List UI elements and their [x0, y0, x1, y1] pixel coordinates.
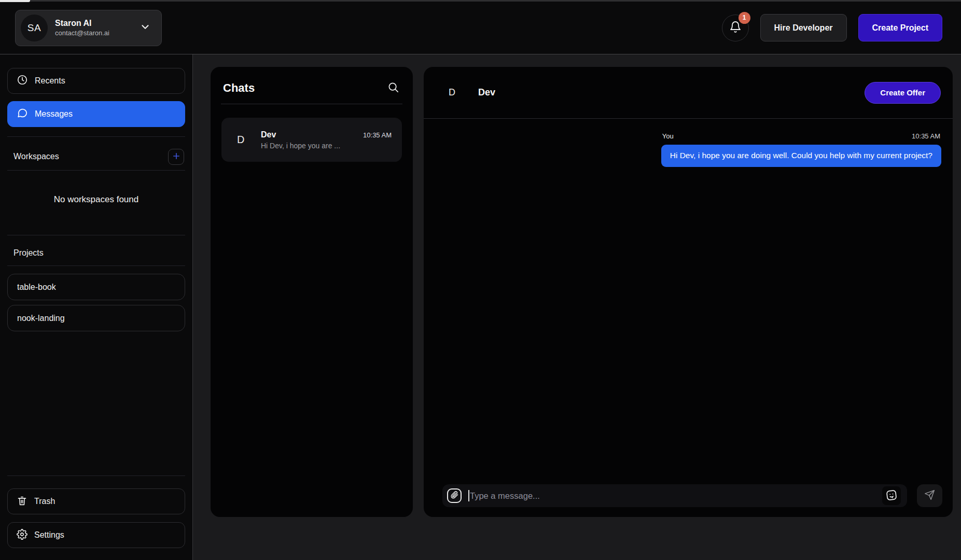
- chat-top-row: Dev 10:35 AM: [261, 130, 392, 139]
- hire-developer-button[interactable]: Hire Developer: [760, 14, 847, 41]
- peer-name: Dev: [478, 87, 495, 98]
- chat-bubble-icon: [17, 107, 28, 121]
- chats-title: Chats: [223, 81, 255, 95]
- sidebar-item-label: Settings: [34, 530, 64, 540]
- divider: [221, 104, 402, 104]
- notification-badge: 1: [739, 12, 750, 24]
- chat-info: Dev 10:35 AM Hi Dev, i hope you are ...: [261, 130, 392, 150]
- conversation-panel: D Dev Create Offer You 10:35 AM Hi Dev, …: [424, 67, 953, 517]
- message-meta: You 10:35 AM: [661, 132, 941, 140]
- conversation-header: D Dev Create Offer: [424, 67, 953, 118]
- attach-button[interactable]: [447, 488, 462, 503]
- message-list: You 10:35 AM Hi Dev, i hope you are doin…: [424, 119, 953, 484]
- divider: [7, 136, 185, 137]
- chats-panel-header: Chats: [211, 67, 413, 104]
- text-caret: [468, 490, 469, 501]
- message-sender: You: [662, 132, 674, 140]
- divider: [7, 235, 185, 235]
- profile-text: Staron AI contact@staron.ai: [55, 19, 132, 37]
- project-item-nook-landing[interactable]: nook-landing: [7, 305, 185, 331]
- sidebar: Recents Messages Workspaces: [0, 54, 193, 560]
- divider: [7, 265, 185, 266]
- profile-email: contact@staron.ai: [55, 29, 132, 37]
- composer: [424, 484, 953, 517]
- emoji-button[interactable]: [882, 486, 901, 505]
- sidebar-item-label: Trash: [34, 497, 55, 506]
- sidebar-item-recents[interactable]: Recents: [7, 68, 185, 94]
- bell-icon: [729, 21, 742, 35]
- send-button[interactable]: [917, 484, 942, 507]
- avatar: SA: [21, 15, 48, 41]
- trash-icon: [17, 495, 27, 508]
- sidebar-spacer: [0, 331, 192, 475]
- add-workspace-button[interactable]: [168, 149, 184, 165]
- divider: [7, 475, 185, 476]
- chat-name: Dev: [261, 130, 276, 139]
- top-header: SA Staron AI contact@staron.ai 1 Hire De…: [0, 2, 961, 54]
- chat-time: 10:35 AM: [363, 131, 392, 139]
- clock-icon: [17, 74, 28, 88]
- notifications-button[interactable]: 1: [722, 15, 749, 41]
- sidebar-item-messages[interactable]: Messages: [7, 101, 185, 127]
- search-icon: [387, 81, 399, 95]
- sidebar-item-trash[interactable]: Trash: [7, 488, 185, 514]
- message-input[interactable]: [470, 491, 882, 501]
- search-button[interactable]: [387, 81, 399, 95]
- peer-avatar: D: [449, 87, 455, 98]
- project-item-table-book[interactable]: table-book: [7, 274, 185, 300]
- composer-input-bar[interactable]: [442, 484, 907, 507]
- main-content: Chats D Dev 10:35 AM H: [193, 54, 961, 560]
- emoji-sticker-icon: [885, 489, 898, 503]
- projects-list: table-book nook-landing: [0, 274, 192, 331]
- divider: [7, 170, 185, 171]
- paper-plane-icon: [924, 489, 935, 502]
- chat-avatar: D: [237, 134, 248, 146]
- sidebar-item-settings[interactable]: Settings: [7, 522, 185, 548]
- sidebar-nav: Recents Messages: [0, 68, 192, 127]
- projects-header: Projects: [0, 244, 192, 262]
- window-corner-artifact: [0, 0, 30, 2]
- sidebar-item-label: Recents: [35, 76, 65, 86]
- sidebar-item-label: Messages: [35, 109, 73, 119]
- gear-icon: [17, 529, 27, 542]
- message-bubble: Hi Dev, i hope you are doing well. Could…: [661, 145, 941, 167]
- chat-list-item[interactable]: D Dev 10:35 AM Hi Dev, i hope you are ..…: [221, 118, 402, 162]
- projects-title: Projects: [13, 248, 44, 258]
- plus-icon: [172, 151, 181, 162]
- profile-name: Staron AI: [55, 19, 132, 28]
- peer-identity: D Dev: [449, 87, 495, 98]
- app-root: SA Staron AI contact@staron.ai 1 Hire De…: [0, 0, 961, 560]
- message-group-outgoing: You 10:35 AM Hi Dev, i hope you are doin…: [661, 132, 941, 167]
- message-time: 10:35 AM: [912, 132, 940, 140]
- sidebar-footer: Trash Settings: [0, 488, 192, 548]
- chats-panel: Chats D Dev 10:35 AM H: [211, 67, 413, 517]
- paperclip-icon: [451, 491, 458, 500]
- workspaces-header: Workspaces: [0, 147, 192, 166]
- workspaces-title: Workspaces: [13, 152, 59, 161]
- create-offer-button[interactable]: Create Offer: [865, 82, 941, 104]
- workspaces-empty-state: No workspaces found: [0, 194, 192, 205]
- create-project-button[interactable]: Create Project: [858, 14, 943, 41]
- chevron-down-icon: [140, 21, 151, 35]
- body-row: Recents Messages Workspaces: [0, 54, 961, 560]
- header-actions: 1 Hire Developer Create Project: [722, 14, 942, 41]
- account-switcher[interactable]: SA Staron AI contact@staron.ai: [15, 10, 162, 46]
- chat-preview: Hi Dev, i hope you are ...: [261, 142, 392, 150]
